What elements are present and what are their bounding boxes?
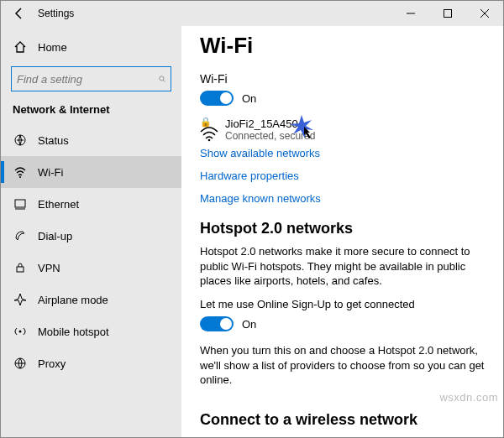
connect-hint: If you don't see the wireless network yo… [200,435,485,437]
nav-hotspot[interactable]: Mobile hotspot [1,315,181,347]
search-box[interactable] [11,66,171,91]
sidebar: Home Network & Internet Status Wi-Fi Eth… [1,26,181,437]
svg-rect-1 [444,10,452,18]
wifi-toggle-row: On [200,91,485,106]
svg-point-11 [19,331,22,333]
nav-label: Proxy [38,357,66,370]
section-header: Network & Internet [1,103,181,124]
lock-icon: 🔒 [200,117,212,127]
nav-label: Status [38,134,69,147]
minimize-button[interactable] [392,1,429,26]
hotspot-description: Hotspot 2.0 networks make it more secure… [200,244,485,289]
home-button[interactable]: Home [1,34,181,60]
hotspot-signup-label: Let me use Online Sign-Up to get connect… [200,297,485,312]
nav-vpn[interactable]: VPN [1,252,181,284]
maximize-icon [444,9,452,18]
status-icon [13,133,28,148]
svg-line-5 [163,80,165,81]
search-input[interactable] [17,73,159,86]
hotspot-toggle-state: On [242,318,256,331]
close-icon [480,9,489,18]
nav-label: Ethernet [38,198,79,211]
page-title: Wi-Fi [200,33,485,59]
maximize-button[interactable] [429,1,466,26]
show-available-link[interactable]: Show available networks [200,147,485,159]
network-status: Connected, secured [225,130,315,142]
nav-label: VPN [38,262,60,274]
connect-heading: Connect to a wireless network [200,411,485,429]
hotspot-heading: Hotspot 2.0 networks [200,220,485,237]
ethernet-icon [13,196,28,211]
home-icon [13,39,28,55]
svg-point-7 [19,176,21,178]
svg-point-14 [208,139,211,142]
current-network[interactable]: 🔒 JioFi2_15A450 Connected, secured [200,117,485,142]
main-content: Wi-Fi Wi-Fi On 🔒 JioFi2_15A450 Connected… [181,26,503,437]
nav-ethernet[interactable]: Ethernet [1,188,181,220]
nav-status[interactable]: Status [1,124,181,156]
nav-label: Dial-up [38,230,72,242]
proxy-icon [13,356,28,371]
minimize-icon [407,9,415,18]
settings-window: Settings Home Network & Internet [0,0,504,438]
wifi-section-label: Wi-Fi [200,72,485,86]
nav-label: Mobile hotspot [38,326,109,338]
back-arrow-icon [13,8,25,19]
dialup-icon [13,228,28,243]
nav-label: Airplane mode [38,294,108,306]
back-button[interactable] [1,8,38,19]
nav-proxy[interactable]: Proxy [1,347,181,379]
airplane-icon [13,292,28,307]
wifi-signal-icon [200,127,218,142]
search-icon [159,73,165,85]
window-title: Settings [38,8,392,19]
hotspot-description-2: When you turn this on and choose a Hotsp… [200,343,485,388]
svg-point-4 [160,76,164,81]
close-button[interactable] [466,1,503,26]
vpn-icon [13,260,28,275]
hotspot-toggle-row: On [200,316,485,331]
hotspot-toggle[interactable] [200,316,234,331]
svg-rect-10 [17,267,24,272]
network-name: JioFi2_15A450 [225,117,315,130]
wifi-icon [13,164,28,180]
nav-label: Wi-Fi [38,166,63,179]
hotspot-icon [13,324,28,339]
wifi-toggle[interactable] [200,91,234,106]
nav-airplane[interactable]: Airplane mode [1,284,181,315]
home-label: Home [38,41,67,54]
manage-known-link[interactable]: Manage known networks [200,192,485,205]
titlebar: Settings [1,1,503,26]
svg-rect-8 [15,200,25,207]
wifi-toggle-state: On [242,92,256,105]
nav-wifi[interactable]: Wi-Fi [1,156,181,188]
nav-dialup[interactable]: Dial-up [1,220,181,252]
hardware-properties-link[interactable]: Hardware properties [200,169,485,182]
